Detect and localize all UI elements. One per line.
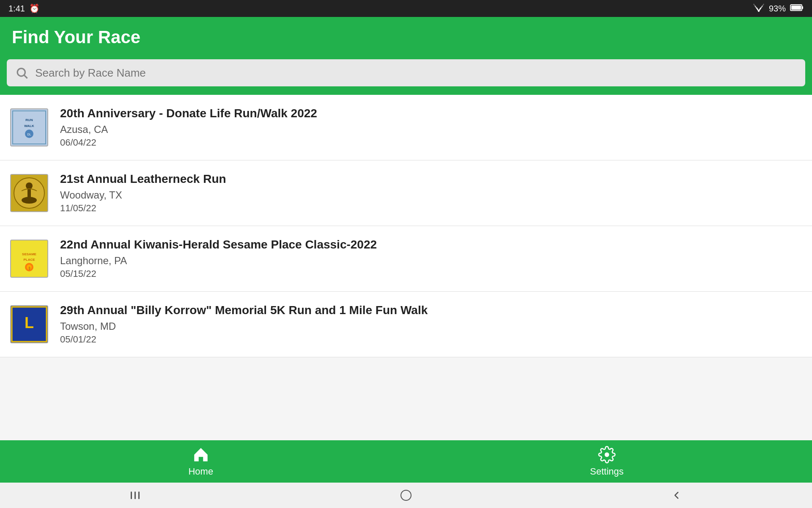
race-info: 21st Annual Leatherneck Run Woodway, TX … — [60, 172, 802, 214]
race-info: 22nd Annual Kiwanis-Herald Sesame Place … — [60, 238, 802, 279]
svg-point-16 — [22, 197, 37, 204]
search-input[interactable] — [35, 66, 797, 80]
clock-icon: ⏰ — [29, 3, 40, 14]
race-location: Woodway, TX — [60, 189, 802, 201]
home-circle-icon — [400, 489, 412, 501]
status-bar: 1:41 ⏰ 93% — [0, 0, 812, 17]
battery-display: 93% — [769, 4, 786, 14]
status-right: 93% — [753, 3, 804, 14]
search-bar-container — [0, 59, 812, 95]
svg-point-31 — [401, 490, 411, 500]
race-item[interactable]: 21st Annual Leatherneck Run Woodway, TX … — [0, 160, 812, 226]
svg-text:RUN: RUN — [25, 118, 33, 122]
svg-text:PLACE: PLACE — [23, 258, 35, 262]
svg-text::): :) — [28, 266, 30, 270]
race-logo — [10, 174, 48, 212]
race-name: 29th Annual "Billy Korrow" Memorial 5K R… — [60, 304, 802, 317]
svg-point-4 — [17, 69, 25, 76]
race-location: Langhorne, PA — [60, 255, 802, 267]
menu-icon — [129, 491, 142, 500]
app-header: Find Your Race — [0, 17, 812, 59]
race-name: 22nd Annual Kiwanis-Herald Sesame Place … — [60, 238, 802, 251]
wifi-icon — [753, 3, 765, 14]
svg-text:WALK: WALK — [24, 124, 34, 128]
race-logo: L — [10, 305, 48, 343]
page-title: Find Your Race — [12, 27, 800, 47]
race-logo: RUN WALK DL — [10, 108, 48, 146]
nav-item-home[interactable]: Home — [188, 446, 213, 477]
search-icon — [15, 66, 28, 80]
race-date: 05/15/22 — [60, 268, 802, 279]
android-nav-bar — [0, 483, 812, 508]
svg-rect-28 — [131, 491, 132, 499]
race-logo: SESAME PLACE :) — [10, 240, 48, 278]
settings-icon — [598, 446, 616, 464]
svg-rect-29 — [134, 491, 136, 499]
race-location: Azusa, CA — [60, 124, 802, 135]
svg-text:L: L — [25, 314, 34, 331]
race-date: 06/04/22 — [60, 137, 802, 148]
race-name: 21st Annual Leatherneck Run — [60, 172, 802, 186]
android-back-button[interactable] — [666, 487, 687, 504]
back-icon — [672, 491, 681, 500]
svg-rect-30 — [138, 491, 140, 499]
race-list: RUN WALK DL 20th Anniversary - Donate Li… — [0, 95, 812, 357]
home-label: Home — [188, 466, 213, 477]
race-info: 20th Anniversary - Donate Life Run/Walk … — [60, 107, 802, 148]
race-date: 05/01/22 — [60, 334, 802, 345]
race-item[interactable]: RUN WALK DL 20th Anniversary - Donate Li… — [0, 95, 812, 160]
home-icon — [192, 446, 210, 464]
svg-line-5 — [24, 75, 27, 78]
race-item[interactable]: L 29th Annual "Billy Korrow" Memorial 5K… — [0, 292, 812, 357]
svg-text:DL: DL — [27, 133, 31, 136]
android-menu-button[interactable] — [125, 487, 146, 504]
svg-point-27 — [605, 453, 609, 457]
time-display: 1:41 — [8, 4, 25, 14]
nav-item-settings[interactable]: Settings — [590, 446, 624, 477]
race-item[interactable]: SESAME PLACE :) 22nd Annual Kiwanis-Hera… — [0, 226, 812, 292]
race-info: 29th Annual "Billy Korrow" Memorial 5K R… — [60, 304, 802, 345]
status-left: 1:41 ⏰ — [8, 3, 40, 14]
race-name: 20th Anniversary - Donate Life Run/Walk … — [60, 107, 802, 120]
android-home-button[interactable] — [395, 487, 417, 504]
bottom-nav: Home Settings — [0, 440, 812, 483]
race-date: 11/05/22 — [60, 203, 802, 214]
search-bar[interactable] — [7, 59, 805, 86]
svg-point-14 — [26, 182, 33, 189]
svg-rect-3 — [791, 6, 801, 10]
svg-rect-2 — [802, 6, 803, 9]
settings-label: Settings — [590, 466, 624, 477]
battery-icon — [790, 4, 804, 14]
race-location: Towson, MD — [60, 320, 802, 332]
svg-text:SESAME: SESAME — [22, 252, 36, 256]
